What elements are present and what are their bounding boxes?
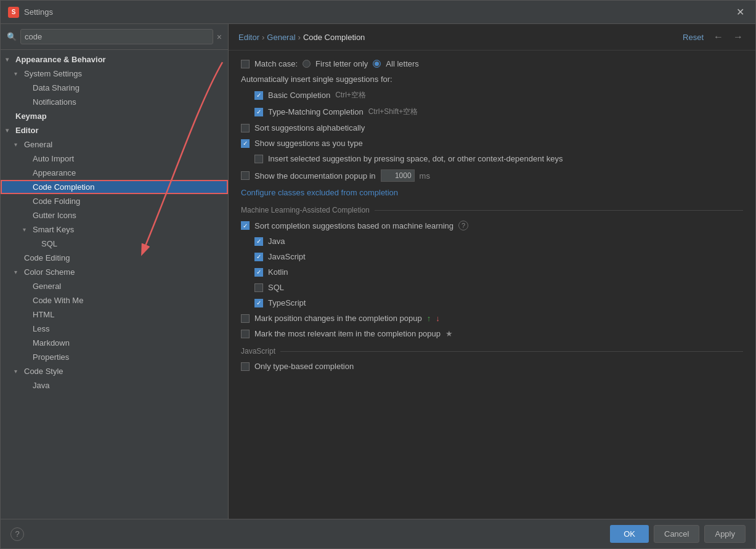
type-matching-row: ✓ Type-Matching Completion Ctrl+Shift+空格 [241,107,743,117]
sidebar-item-auto-import[interactable]: Auto Import [1,152,228,166]
sidebar-item-code-with-me[interactable]: Code With Me [1,293,228,307]
arrow-icon [23,311,30,318]
javascript-label: JavaScript [268,252,306,261]
all-letters-radio[interactable] [373,60,381,68]
sidebar-item-html[interactable]: HTML [1,307,228,322]
basic-completion-shortcut: Ctrl+空格 [335,90,366,100]
ok-button[interactable]: OK [610,525,649,543]
ms-label: ms [420,171,430,181]
arrow-icon [23,84,30,91]
sidebar-item-label: General [24,140,52,149]
arrow-icon [6,113,13,120]
mark-position-row: Mark position changes in the completion … [241,314,743,323]
basic-completion-checkbox[interactable]: ✓ [254,91,263,100]
type-matching-checkbox[interactable]: ✓ [254,108,263,116]
sidebar-item-code-folding[interactable]: Code Folding [1,194,228,208]
show-doc-row: Show the documentation popup in ms [241,169,743,182]
sidebar-item-code-editing[interactable]: Code Editing [1,251,228,265]
mark-relevant-checkbox[interactable] [241,330,250,338]
ml-sort-checkbox[interactable]: ✓ [241,221,250,230]
only-type-based-row: Only type-based completion [241,362,743,371]
sidebar-item-label: Auto Import [33,154,74,163]
sql-checkbox[interactable] [254,283,263,292]
arrow-icon [23,297,30,304]
sidebar-item-markdown[interactable]: Markdown [1,336,228,350]
type-matching-label: Type-Matching Completion [268,107,364,116]
sidebar-item-label: Markdown [33,338,70,348]
show-as-type-label: Show suggestions as you type [254,139,363,148]
ml-sort-help-icon[interactable]: ? [458,221,468,230]
up-down-arrows-icon: ↑ [427,314,431,323]
back-button[interactable]: ← [711,30,726,44]
sidebar-item-less[interactable]: Less [1,322,228,336]
sidebar-item-keymap[interactable]: Keymap [1,109,228,123]
breadcrumb-editor[interactable]: Editor [238,33,259,42]
clear-search-button[interactable]: × [217,32,222,42]
sidebar-item-editor[interactable]: ▾ Editor [1,123,228,137]
content-panel: Editor › General › Code Completion Reset… [229,24,755,519]
sidebar-item-label: Data Sharing [33,83,79,92]
cancel-button[interactable]: Cancel [654,525,699,543]
sidebar-item-code-completion[interactable]: Code Completion [1,180,228,194]
sidebar-item-smart-keys[interactable]: ▾ Smart Keys [1,222,228,237]
help-button[interactable]: ? [10,527,24,541]
reset-button[interactable]: Reset [680,31,706,43]
javascript-checkbox[interactable]: ✓ [254,253,263,261]
forward-button[interactable]: → [731,30,746,44]
sidebar-item-appearance-behavior[interactable]: ▾ Appearance & Behavior [1,52,228,67]
breadcrumb-general[interactable]: General [267,33,295,42]
arrow-icon [23,212,30,219]
only-type-based-checkbox[interactable] [241,362,250,371]
sidebar-item-properties[interactable]: Properties [1,350,228,364]
js-section-label: JavaScript [241,347,275,356]
breadcrumb-sep2: › [298,33,301,42]
type-matching-shortcut: Ctrl+Shift+空格 [368,107,418,117]
sidebar-item-system-settings[interactable]: ▾ System Settings [1,67,228,81]
first-letter-radio[interactable] [303,60,311,68]
sidebar-item-data-sharing[interactable]: Data Sharing [1,81,228,95]
kotlin-checkbox[interactable]: ✓ [254,268,263,277]
sort-alpha-checkbox[interactable] [241,124,250,132]
sidebar-item-java-style[interactable]: Java [1,378,228,392]
doc-popup-ms-input[interactable] [381,169,415,182]
breadcrumb: Editor › General › Code Completion Reset… [229,24,755,51]
close-button[interactable]: ✕ [733,5,748,19]
sidebar-item-appearance[interactable]: Appearance [1,166,228,180]
search-bar: 🔍 × [1,24,228,50]
mark-position-label: Mark position changes in the completion … [254,314,422,323]
show-as-type-checkbox[interactable]: ✓ [241,139,250,148]
arrow-icon [23,198,30,205]
sidebar-item-gutter-icons[interactable]: Gutter Icons [1,208,228,222]
mark-relevant-label: Mark the most relevant item in the compl… [254,329,441,338]
java-row: ✓ Java [241,237,743,246]
match-case-checkbox[interactable] [241,60,250,68]
sidebar-item-notifications[interactable]: Notifications [1,95,228,109]
show-as-type-row: ✓ Show suggestions as you type [241,139,743,148]
sidebar-item-general2[interactable]: General [1,279,228,293]
sidebar-item-label: Notifications [33,97,76,107]
arrow-icon [23,155,30,162]
breadcrumb-actions: Reset ← → [680,30,746,44]
sidebar-item-code-style[interactable]: ▾ Code Style [1,364,228,378]
apply-button[interactable]: Apply [704,525,746,543]
insert-by-space-checkbox[interactable] [254,155,263,163]
sidebar-item-label: Properties [33,352,69,362]
sidebar-item-general[interactable]: ▾ General [1,137,228,152]
show-doc-checkbox[interactable] [241,171,250,180]
sidebar-item-label: Color Scheme [24,267,75,277]
configure-classes-link[interactable]: Configure classes excluded from completi… [241,188,398,197]
mark-position-checkbox[interactable] [241,314,250,323]
search-input[interactable] [20,29,213,44]
search-icon: 🔍 [7,32,17,41]
arrow-icon [14,254,22,261]
sidebar: 🔍 × ▾ Appearance & Behavior ▾ System Set… [1,24,229,519]
down-arrow-icon: ↓ [436,314,440,323]
sidebar-item-sql[interactable]: SQL [1,237,228,251]
java-checkbox[interactable]: ✓ [254,237,263,246]
kotlin-row: ✓ Kotlin [241,267,743,277]
typescript-checkbox[interactable]: ✓ [254,299,263,307]
breadcrumb-sep1: › [262,33,264,42]
arrow-icon: ▾ [14,70,22,77]
match-case-label: Match case: [254,59,298,68]
sidebar-item-color-scheme[interactable]: ▾ Color Scheme [1,265,228,279]
